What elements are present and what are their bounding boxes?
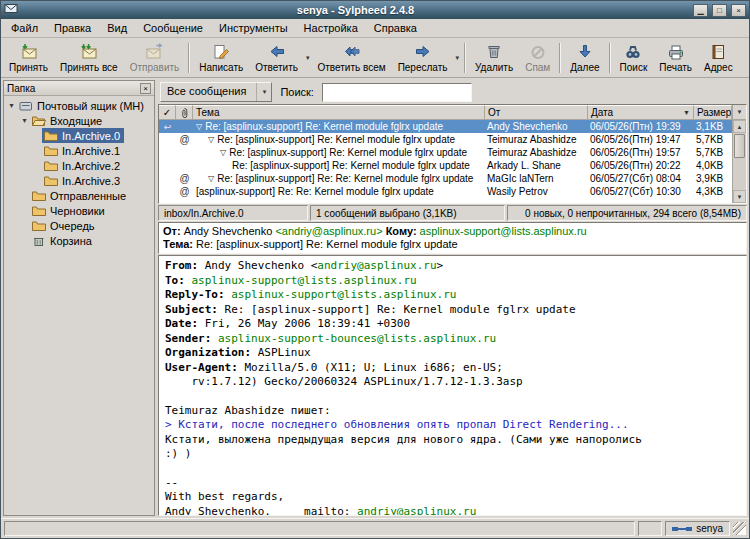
thread-expander-icon[interactable]: ▽	[220, 148, 226, 157]
scroll-down-icon[interactable]: ▼	[733, 190, 746, 203]
scrollbar-thumb[interactable]	[734, 134, 745, 158]
message-row[interactable]: @ [asplinux-support] Re: Re: Kernel modu…	[159, 185, 732, 198]
close-button[interactable]: ×	[731, 4, 746, 17]
folder-item-queue[interactable]: Очередь	[4, 218, 154, 233]
thread-expander-icon[interactable]: ▽	[208, 135, 214, 144]
from-column-header[interactable]: От	[485, 105, 588, 120]
folder-item-sent[interactable]: Отправленные	[4, 188, 154, 203]
menu-tools[interactable]: Инструменты	[211, 20, 296, 36]
thread-expander-icon[interactable]: ▽	[196, 122, 202, 131]
message-list-scrollbar[interactable]: ▼ ▲ ▼	[732, 105, 746, 203]
delete-button[interactable]: Удалить	[469, 39, 519, 77]
folder-item-drafts[interactable]: Черновики	[4, 203, 154, 218]
forward-dropdown-icon[interactable]: ▾	[453, 54, 461, 62]
menu-view[interactable]: Вид	[99, 20, 135, 36]
expander-open-icon[interactable]: ▾	[19, 116, 30, 125]
message-row[interactable]: ↩ ▽Re: [asplinux-support] Re: Kernel mod…	[159, 120, 732, 133]
body-line: Кстати, выложена предыдущая версия для н…	[165, 433, 740, 448]
email-link[interactable]: andriy@asplinux.ru	[317, 259, 436, 272]
next-unread-button[interactable]: Далее	[564, 39, 605, 77]
print-button[interactable]: Печать	[653, 39, 698, 77]
folder-item-mailbox[interactable]: ▾ Почтовый ящик (MH)	[4, 98, 154, 113]
reply-dropdown-icon[interactable]: ▾	[304, 54, 312, 62]
thread-expander-icon[interactable]: ▽	[208, 174, 214, 183]
folder-item-in-archive-0[interactable]: In.Archive.0	[4, 128, 154, 143]
body-line: Subject: Re: [asplinux-support] Re: Kern…	[165, 303, 740, 318]
folder-pane: Папка × ▾ Почтовый ящик (MH) ▾ Входящие …	[3, 80, 155, 516]
sylpheed-window: senya - Sylpheed 2.4.8 ▁ □ × Файл Правка…	[0, 0, 750, 539]
sort-indicator-icon: ▼	[683, 109, 690, 116]
size-column-header[interactable]: Размер	[694, 105, 732, 120]
folder-item-in-archive-3[interactable]: In.Archive.3	[4, 173, 154, 188]
reply-all-button[interactable]: Ответить всем	[311, 39, 391, 77]
folder-pane-close-icon[interactable]: ×	[140, 83, 151, 94]
maximize-button[interactable]: □	[712, 4, 727, 17]
body-line: --	[165, 476, 740, 491]
message-filter-select[interactable]: Все сообщения ▾	[160, 82, 272, 102]
from-email-link[interactable]: <andriy@asplinux.ru>	[275, 225, 382, 237]
forward-button[interactable]: Переслать	[392, 39, 454, 77]
date-column-header[interactable]: Дата▼	[588, 105, 694, 120]
email-link[interactable]: asplinux-support@lists.asplinux.ru	[192, 274, 417, 287]
menu-message[interactable]: Сообщение	[135, 20, 211, 36]
search-button[interactable]: Поиск	[614, 39, 654, 77]
mark-column-header[interactable]: ✓	[159, 105, 176, 120]
attachment-icon: @	[176, 186, 193, 197]
reply-all-icon	[343, 43, 361, 62]
menu-bar: Файл Правка Вид Сообщение Инструменты На…	[1, 19, 749, 38]
menu-file[interactable]: Файл	[3, 20, 46, 36]
message-list-header: ✓ Тема От Дата▼ Размер	[159, 105, 732, 120]
email-link[interactable]: asplinux-support-bounces@lists.asplinux.…	[218, 332, 496, 345]
menu-help[interactable]: Справка	[366, 20, 425, 36]
minimize-button[interactable]: ▁	[693, 4, 708, 17]
connection-indicator[interactable]: senya	[665, 521, 730, 536]
folder-totals: 0 новых, 0 непрочитанных, 294 всего (8,5…	[507, 205, 747, 221]
trash-icon	[485, 43, 503, 62]
body-line: Organization: ASPLinux	[165, 346, 740, 361]
receive-button[interactable]: Принять	[3, 39, 54, 77]
folder-item-trash[interactable]: Корзина	[4, 233, 154, 248]
expander-open-icon[interactable]: ▾	[6, 101, 17, 110]
paperclip-icon	[180, 107, 189, 119]
to-email-link[interactable]: asplinux-support@lists.asplinux.ru	[420, 225, 587, 237]
receive-all-button[interactable]: Принять все	[54, 39, 124, 77]
email-link[interactable]: andriy@asplinux.ru	[357, 505, 476, 517]
trash-icon	[32, 235, 46, 247]
folder-item-in-archive-1[interactable]: In.Archive.1	[4, 143, 154, 158]
chevron-down-icon[interactable]: ▾	[256, 83, 271, 101]
folder-icon	[44, 160, 58, 172]
column-chooser-icon[interactable]: ▼	[733, 105, 746, 120]
compose-icon	[212, 43, 230, 62]
body-line: Reply-To: asplinux-support@lists.asplinu…	[165, 288, 740, 303]
toolbar-separator	[609, 43, 611, 73]
compose-button[interactable]: Написать	[193, 39, 249, 77]
message-headers-pane: От: Andy Shevchenko <andriy@asplinux.ru>…	[158, 222, 747, 254]
folder-open-icon	[32, 115, 46, 127]
subject-column-header[interactable]: Тема	[193, 105, 485, 120]
attachment-icon: @	[176, 173, 193, 184]
scroll-up-icon[interactable]: ▲	[733, 120, 746, 133]
search-label: Поиск:	[280, 86, 314, 98]
menu-edit[interactable]: Правка	[46, 20, 99, 36]
toolbar-separator	[559, 43, 561, 73]
email-link[interactable]: asplinux-support@lists.asplinux.ru	[231, 288, 456, 301]
message-body-pane: From: Andy Shevchenko <andriy@asplinux.r…	[158, 255, 747, 516]
message-row[interactable]: @ ▽Re: [asplinux-support] Re: Kernel mod…	[159, 133, 732, 146]
body-line: From: Andy Shevchenko <andriy@asplinux.r…	[165, 259, 740, 274]
search-input[interactable]	[322, 83, 472, 102]
status-message-area	[4, 521, 635, 536]
resize-grip[interactable]	[733, 522, 746, 535]
message-row[interactable]: @ ▽Re: [asplinux-support] Re: Re: Kernel…	[159, 172, 732, 185]
attachment-column-header[interactable]	[176, 105, 193, 120]
message-row[interactable]: ▽Re: [asplinux-support] Re: Kernel modul…	[159, 146, 732, 159]
menu-configuration[interactable]: Настройка	[296, 20, 366, 36]
title-bar: senya - Sylpheed 2.4.8 ▁ □ ×	[1, 1, 749, 19]
body-line: With best regards,	[165, 490, 740, 505]
window-icon	[4, 1, 18, 19]
folder-pane-title: Папка	[7, 83, 35, 94]
address-book-button[interactable]: Адрес	[698, 39, 739, 77]
folder-item-in-archive-2[interactable]: In.Archive.2	[4, 158, 154, 173]
message-row[interactable]: Re: [asplinux-support] Re: Kernel module…	[159, 159, 732, 172]
reply-button[interactable]: Ответить	[249, 39, 304, 77]
folder-item-inbox[interactable]: ▾ Входящие	[4, 113, 154, 128]
